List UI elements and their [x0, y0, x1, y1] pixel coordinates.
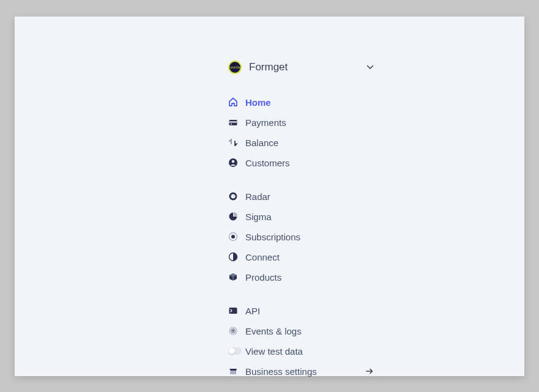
nav-home[interactable]: Home: [228, 92, 374, 113]
app-card: FormGet Formget Home Payments: [15, 17, 524, 376]
terminal-icon: [228, 306, 238, 316]
account-switcher[interactable]: FormGet Formget: [228, 61, 374, 74]
nav-label: Payments: [245, 117, 286, 128]
nav-connect[interactable]: Connect: [228, 247, 374, 267]
nav-payments[interactable]: Payments: [228, 113, 374, 133]
store-icon: [228, 366, 238, 376]
nav-radar[interactable]: Radar: [228, 187, 374, 207]
events-icon: [228, 326, 238, 336]
svg-point-13: [232, 330, 234, 332]
home-icon: [228, 97, 238, 107]
nav-label: Balance: [245, 138, 278, 148]
nav-group-products: Radar Sigma Subscriptions Connect: [228, 187, 374, 287]
nav-group-primary: Home Payments Balance Customers: [228, 92, 374, 173]
sigma-icon: [228, 212, 238, 221]
svg-rect-10: [229, 308, 237, 314]
nav-test-data[interactable]: View test data: [228, 341, 374, 361]
nav-label: Radar: [245, 191, 270, 202]
nav-group-settings: API Events & logs View test data Busines…: [228, 301, 374, 382]
customers-icon: [228, 158, 238, 168]
nav-sigma[interactable]: Sigma: [228, 207, 374, 227]
nav-label: Products: [245, 272, 281, 283]
svg-rect-14: [230, 371, 236, 374]
nav-label: Connect: [245, 252, 280, 262]
radar-icon: [228, 191, 238, 201]
chevron-down-icon: [366, 64, 374, 71]
subscriptions-icon: [228, 232, 238, 242]
connect-icon: [228, 252, 238, 262]
svg-point-8: [231, 235, 235, 239]
nav-label: API: [245, 306, 260, 316]
nav-subscriptions[interactable]: Subscriptions: [228, 227, 374, 247]
nav-label: Business settings: [245, 366, 317, 377]
account-logo: FormGet: [228, 61, 242, 74]
test-data-toggle[interactable]: [228, 347, 242, 355]
nav-label: Events & logs: [245, 326, 302, 336]
balance-icon: [228, 138, 238, 147]
account-name: Formget: [249, 61, 366, 73]
sidebar-menu: FormGet Formget Home Payments: [228, 61, 374, 382]
svg-point-2: [231, 124, 232, 125]
nav-balance[interactable]: Balance: [228, 133, 374, 153]
nav-label: Home: [245, 97, 271, 108]
nav-label: Customers: [245, 158, 290, 168]
nav-events[interactable]: Events & logs: [228, 321, 374, 341]
nav-products[interactable]: Products: [228, 267, 374, 287]
payments-icon: [228, 117, 238, 127]
nav-business-settings[interactable]: Business settings: [228, 361, 374, 382]
nav-customers[interactable]: Customers: [228, 153, 374, 173]
svg-point-4: [232, 160, 234, 163]
nav-label: View test data: [245, 346, 303, 357]
nav-label: Sigma: [245, 212, 272, 222]
svg-rect-1: [229, 122, 237, 123]
products-icon: [228, 272, 238, 282]
nav-label: Subscriptions: [245, 232, 300, 242]
arrow-right-icon: [365, 367, 374, 375]
nav-api[interactable]: API: [228, 301, 374, 321]
